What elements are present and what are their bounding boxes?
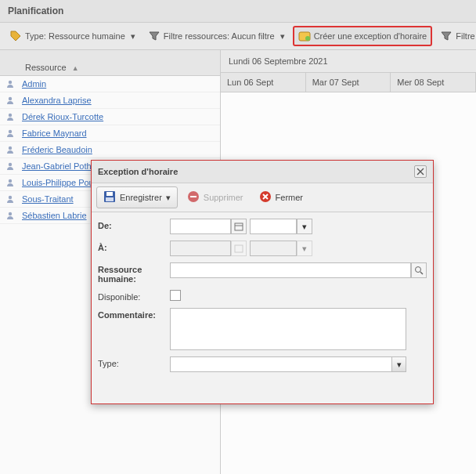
resource-row[interactable]: Fabrice Maynard (0, 125, 220, 142)
comment-label: Commentaire: (98, 308, 170, 320)
to-date-picker-button (231, 241, 247, 256)
create-exception-button[interactable]: Créer une exception d'horaire (293, 26, 433, 46)
close-red-icon (259, 190, 272, 204)
close-icon (416, 168, 424, 175)
svg-rect-12 (106, 192, 113, 196)
delete-label: Supprimer (204, 193, 243, 202)
create-exception-label: Créer une exception d'horaire (314, 31, 427, 41)
resource-link[interactable]: Fréderic Beaudoin (22, 145, 92, 154)
calendar-icon (234, 222, 243, 231)
save-button[interactable]: Enregistrer ▾ (96, 186, 178, 208)
person-icon (5, 111, 16, 122)
person-icon (5, 128, 16, 139)
day-header[interactable]: Mer 08 Sept (391, 73, 476, 92)
resource-column-header[interactable]: Ressource ▲ (0, 50, 220, 76)
comment-textarea[interactable] (170, 308, 406, 350)
svg-line-21 (420, 272, 423, 274)
available-label: Disponible: (98, 290, 170, 302)
chevron-down-icon: ▾ (302, 244, 307, 254)
resource-link[interactable]: Admin (22, 79, 46, 89)
type-filter-label: Type: Ressource humaine (25, 31, 125, 41)
person-icon (5, 144, 16, 155)
to-date-input (170, 241, 231, 256)
day-header[interactable]: Mar 07 Sept (306, 73, 391, 92)
delete-button: Supprimer (181, 187, 250, 208)
available-checkbox[interactable] (170, 290, 181, 301)
resource-row[interactable]: Alexandra Laprise (0, 92, 220, 109)
resource-link[interactable]: Fabrice Maynard (22, 128, 87, 138)
chevron-down-icon: ▾ (397, 360, 402, 370)
resource-filter-label: Filtre ressources: Aucun filtre (164, 31, 275, 41)
chevron-down-icon: ▾ (302, 222, 307, 232)
svg-point-5 (9, 130, 12, 133)
page-title: Planification (0, 0, 476, 22)
chevron-down-icon: ▾ (166, 193, 171, 203)
svg-point-9 (9, 196, 12, 199)
svg-rect-17 (235, 223, 243, 230)
search-icon (414, 266, 424, 275)
person-icon (5, 78, 16, 89)
svg-point-7 (9, 163, 12, 166)
resource-label: Ressource humaine: (98, 262, 170, 284)
tag-icon (9, 30, 22, 42)
close-label: Fermer (276, 193, 303, 202)
to-label: À: (98, 241, 170, 252)
person-icon (5, 210, 16, 221)
type-select[interactable]: ▾ (170, 356, 406, 372)
day-header[interactable]: Lun 06 Sept (221, 73, 306, 92)
resource-link[interactable]: Dérek Rioux-Turcotte (22, 112, 103, 121)
person-icon (5, 194, 16, 204)
type-label: Type: (98, 356, 170, 368)
svg-point-8 (9, 179, 12, 183)
svg-point-3 (9, 97, 12, 100)
to-time-dropdown-button: ▾ (297, 241, 312, 256)
task-filter-button[interactable]: Filtre tâches: Au (435, 27, 476, 45)
type-filter-button[interactable]: Type: Ressource humaine ▾ (5, 27, 140, 45)
svg-point-2 (9, 81, 12, 84)
resource-link[interactable]: Alexandra Laprise (22, 96, 92, 105)
resource-row[interactable]: Admin (0, 76, 220, 92)
from-time-dropdown-button[interactable]: ▾ (297, 219, 312, 234)
resource-link[interactable]: Sous-Traitant (22, 194, 74, 204)
filter-icon (440, 30, 453, 42)
resource-row[interactable]: Fréderic Beaudoin (0, 142, 220, 158)
exception-dialog: Exception d'horaire Enregistrer ▾ Suppri… (91, 160, 434, 404)
delete-icon (187, 190, 200, 204)
to-time-input (250, 241, 297, 256)
resource-input[interactable] (170, 262, 411, 278)
svg-point-4 (9, 114, 12, 117)
dialog-title: Exception d'horaire (98, 167, 178, 176)
chevron-down-icon: ▾ (280, 31, 285, 42)
from-date-picker-button[interactable] (231, 219, 247, 234)
dialog-header: Exception d'horaire (92, 161, 433, 183)
from-label: De: (98, 219, 170, 230)
main-toolbar: Type: Ressource humaine ▾ Filtre ressour… (0, 22, 476, 50)
close-button[interactable]: Fermer (253, 187, 309, 208)
svg-rect-19 (235, 245, 243, 252)
person-icon (5, 161, 16, 172)
chevron-down-icon: ▾ (131, 31, 135, 42)
save-label: Enregistrer (120, 193, 162, 202)
filter-icon (148, 30, 160, 42)
resource-link[interactable]: Sébastien Labrie (22, 211, 87, 220)
from-time-input[interactable] (250, 219, 297, 234)
week-title: Lundi 06 Septembre 2021 (221, 50, 476, 73)
svg-point-20 (416, 267, 421, 273)
dialog-toolbar: Enregistrer ▾ Supprimer Fermer (92, 183, 433, 212)
person-icon (5, 95, 16, 106)
from-date-input[interactable] (170, 219, 231, 234)
sort-asc-icon: ▲ (72, 64, 79, 72)
resource-link[interactable]: Louis-Philippe Pou (22, 178, 94, 187)
resource-filter-button[interactable]: Filtre ressources: Aucun filtre ▾ (143, 27, 290, 45)
svg-rect-13 (106, 197, 114, 201)
task-filter-label: Filtre tâches: Au (456, 31, 476, 41)
resource-search-button[interactable] (411, 262, 427, 278)
svg-point-6 (9, 147, 12, 150)
svg-rect-15 (190, 196, 197, 197)
resource-column-label: Ressource (25, 63, 67, 72)
type-select-dropdown-button[interactable]: ▾ (391, 357, 406, 371)
resource-row[interactable]: Dérek Rioux-Turcotte (0, 109, 220, 125)
save-icon (103, 190, 116, 204)
dialog-close-button[interactable] (414, 165, 427, 178)
resource-link[interactable]: Jean-Gabriel Poth (22, 161, 92, 171)
